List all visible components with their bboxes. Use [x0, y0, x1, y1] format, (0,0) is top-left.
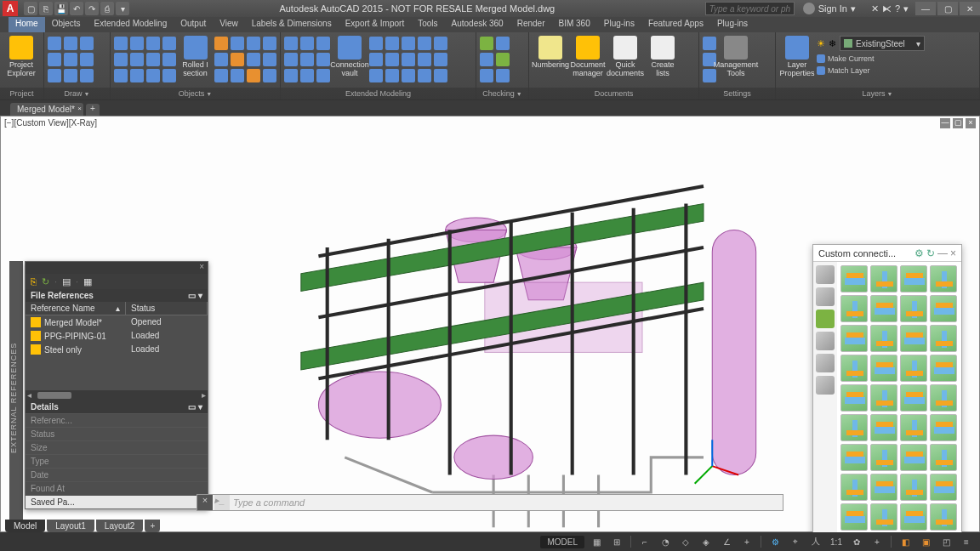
tab-output[interactable]: Output	[174, 17, 213, 32]
ext-tool[interactable]	[369, 69, 383, 82]
check-tool[interactable]	[480, 53, 493, 66]
obj-tool[interactable]	[231, 69, 244, 82]
conn-thumb[interactable]	[840, 355, 868, 382]
ext-tool[interactable]	[284, 37, 298, 50]
conn-thumb[interactable]	[870, 295, 897, 322]
check-tool[interactable]	[496, 37, 510, 50]
tab-view[interactable]: View	[213, 17, 245, 32]
ext-tool[interactable]	[369, 37, 383, 50]
ucs-icon[interactable]: ⌖	[787, 534, 804, 549]
check-tool[interactable]	[480, 37, 493, 50]
conn-thumb[interactable]	[840, 444, 868, 471]
obj-tool[interactable]	[214, 37, 228, 50]
iso-icon[interactable]: ◧	[897, 534, 914, 549]
scroll-right-icon[interactable]: ▸	[202, 390, 206, 400]
tab-bim360[interactable]: BIM 360	[552, 17, 597, 32]
obj-tool[interactable]	[162, 37, 176, 50]
obj-tool[interactable]	[247, 53, 260, 66]
clean-icon[interactable]: ◰	[937, 534, 954, 549]
viewport[interactable]: [−][Custom View][X-Ray] — ▢ ×	[0, 116, 980, 532]
snap-icon[interactable]: ⊞	[608, 534, 625, 549]
obj-tool[interactable]	[162, 69, 176, 82]
conn-thumb[interactable]	[900, 265, 927, 293]
make-current-button[interactable]: Make Current	[817, 54, 925, 63]
circle-tool[interactable]	[80, 37, 94, 50]
detail-row[interactable]: Saved Pa...	[26, 495, 208, 508]
xref-close-icon[interactable]: ×	[199, 262, 204, 274]
obj-tool[interactable]	[263, 53, 276, 66]
xref-row[interactable]: Merged Model*Opened	[26, 315, 208, 329]
ext-tool[interactable]	[284, 53, 298, 66]
scroll-left-icon[interactable]: ◂	[27, 390, 31, 400]
ext-tool[interactable]	[418, 37, 431, 50]
polar-icon[interactable]: ◔	[657, 534, 674, 549]
workspace-icon[interactable]: ⚙	[766, 534, 783, 549]
rect-tool[interactable]	[64, 53, 77, 66]
conn-thumb[interactable]	[840, 295, 868, 322]
conn-thumb[interactable]	[900, 384, 927, 412]
ortho-icon[interactable]: ⌐	[636, 534, 653, 549]
conn-thumb[interactable]	[840, 384, 868, 412]
match-layer-button[interactable]: Match Layer	[817, 66, 925, 75]
3dosnap-icon[interactable]: ◈	[698, 534, 715, 549]
tab-featured[interactable]: Featured Apps	[641, 17, 710, 32]
refresh-icon[interactable]: ↻	[42, 276, 49, 287]
ext-tool[interactable]	[300, 37, 314, 50]
doc-manager-button[interactable]: Document manager	[570, 34, 606, 77]
vp-max-icon[interactable]: ▢	[953, 118, 963, 128]
obj-tool[interactable]	[114, 53, 128, 66]
conn-thumb[interactable]	[870, 474, 897, 501]
details-toggle-icon[interactable]: ▭ ▾	[188, 402, 202, 412]
tab-layout2[interactable]: Layout2	[96, 520, 144, 532]
obj-tool[interactable]	[146, 53, 160, 66]
conn-thumb[interactable]	[870, 265, 897, 293]
obj-tool[interactable]	[146, 37, 160, 50]
obj-tool[interactable]	[130, 37, 144, 50]
project-explorer-button[interactable]: Project Explorer	[3, 34, 39, 77]
status-model-button[interactable]: MODEL	[540, 536, 584, 548]
tool-wrench[interactable]	[816, 287, 835, 306]
qat-more-icon[interactable]: ▾	[116, 2, 129, 15]
conn-thumb[interactable]	[840, 474, 868, 501]
conn-thumb[interactable]	[900, 325, 927, 352]
layer-dropdown[interactable]: ExistingSteel▾	[840, 36, 925, 51]
numbering-button[interactable]: Numbering	[533, 34, 568, 69]
col-refname[interactable]: Reference Name ▴	[26, 302, 126, 315]
ext-tool[interactable]	[385, 37, 399, 50]
tab-model[interactable]: Model	[5, 520, 45, 532]
qat-save-icon[interactable]: 💾	[54, 2, 68, 15]
conn-thumb[interactable]	[870, 503, 897, 531]
point-tool[interactable]	[80, 69, 94, 82]
conn-thumb[interactable]	[930, 474, 957, 501]
close-tab-icon[interactable]: ×	[77, 105, 82, 112]
tool-filter[interactable]	[816, 354, 835, 372]
ext-tool[interactable]	[284, 69, 298, 82]
conn-thumb[interactable]	[840, 325, 868, 352]
close-button[interactable]: ✕	[960, 2, 980, 15]
tab-layout1[interactable]: Layout1	[47, 520, 94, 532]
person-icon[interactable]: 人	[807, 534, 824, 549]
ext-tool[interactable]	[385, 53, 399, 66]
add-layout-button[interactable]: +	[145, 520, 160, 532]
obj-tool[interactable]	[146, 69, 160, 82]
hw-icon[interactable]: ▣	[917, 534, 934, 549]
obj-tool[interactable]	[231, 37, 244, 50]
conn-thumb[interactable]	[870, 414, 897, 441]
customize-icon[interactable]: ≡	[958, 534, 975, 549]
a360-icon[interactable]: ⧔	[882, 3, 892, 14]
obj-tool[interactable]	[231, 53, 244, 66]
ext-tool[interactable]	[402, 37, 415, 50]
refresh-icon[interactable]: ↻	[926, 247, 935, 259]
conn-thumb[interactable]	[870, 355, 897, 382]
exchange-icon[interactable]: ✕	[871, 3, 879, 14]
qat-new-icon[interactable]: ▢	[24, 2, 37, 15]
tab-autodesk360[interactable]: Autodesk 360	[445, 17, 510, 32]
obj-tool[interactable]	[114, 37, 128, 50]
conn-thumb[interactable]	[900, 355, 927, 382]
minimize-button[interactable]: —	[915, 2, 936, 15]
conn-thumb[interactable]	[930, 444, 957, 471]
tab-plugins[interactable]: Plug-ins	[597, 17, 641, 32]
attach-icon[interactable]: ⎘	[31, 276, 37, 287]
ext-tool[interactable]	[369, 53, 383, 66]
otrack-icon[interactable]: ∠	[718, 534, 735, 549]
